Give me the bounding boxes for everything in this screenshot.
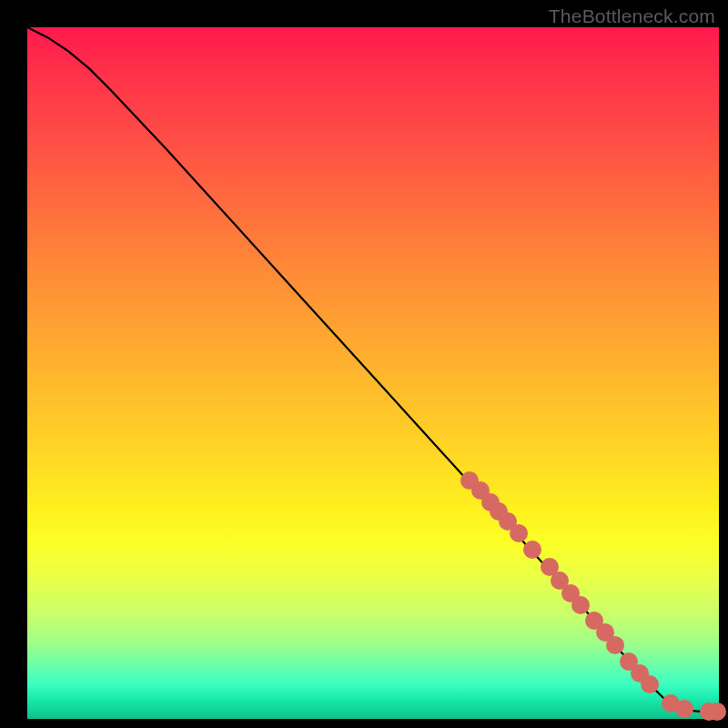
marker-dot — [523, 541, 541, 559]
plot-area — [27, 27, 719, 719]
marker-dot — [675, 700, 693, 718]
marker-dot — [606, 636, 624, 654]
curve-line — [27, 27, 719, 719]
marker-dot — [571, 596, 590, 614]
chart-frame: TheBottleneck.com — [0, 0, 728, 728]
marker-dot — [708, 703, 726, 721]
watermark-label: TheBottleneck.com — [549, 5, 715, 27]
marker-dot — [510, 524, 528, 542]
marker-dot — [641, 675, 659, 693]
